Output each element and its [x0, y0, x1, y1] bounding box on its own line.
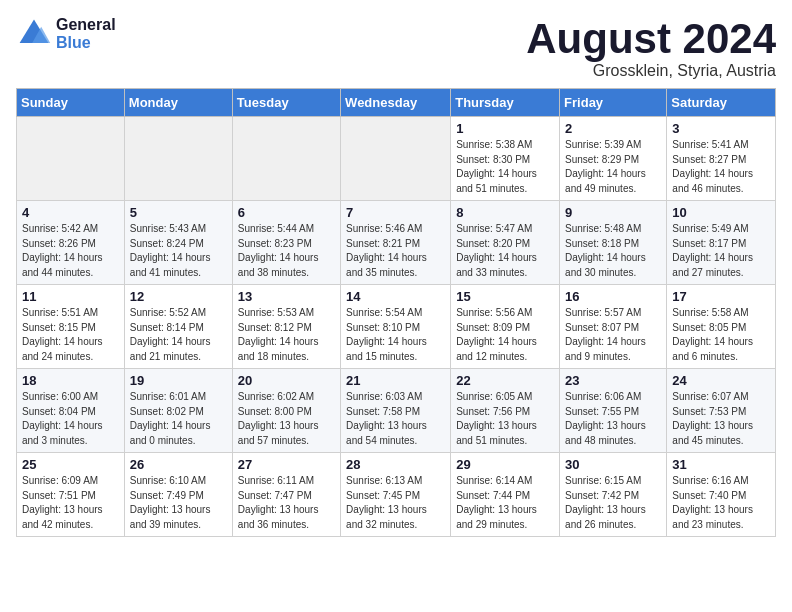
- day-info: Sunrise: 5:39 AM Sunset: 8:29 PM Dayligh…: [565, 138, 661, 196]
- calendar-cell: 23Sunrise: 6:06 AM Sunset: 7:55 PM Dayli…: [560, 369, 667, 453]
- day-number: 29: [456, 457, 554, 472]
- location-subtitle: Grossklein, Styria, Austria: [526, 62, 776, 80]
- day-info: Sunrise: 5:52 AM Sunset: 8:14 PM Dayligh…: [130, 306, 227, 364]
- day-number: 21: [346, 373, 445, 388]
- day-info: Sunrise: 6:00 AM Sunset: 8:04 PM Dayligh…: [22, 390, 119, 448]
- day-info: Sunrise: 5:38 AM Sunset: 8:30 PM Dayligh…: [456, 138, 554, 196]
- day-info: Sunrise: 6:05 AM Sunset: 7:56 PM Dayligh…: [456, 390, 554, 448]
- day-info: Sunrise: 5:41 AM Sunset: 8:27 PM Dayligh…: [672, 138, 770, 196]
- day-info: Sunrise: 5:54 AM Sunset: 8:10 PM Dayligh…: [346, 306, 445, 364]
- day-number: 17: [672, 289, 770, 304]
- day-info: Sunrise: 5:58 AM Sunset: 8:05 PM Dayligh…: [672, 306, 770, 364]
- calendar-cell: 18Sunrise: 6:00 AM Sunset: 8:04 PM Dayli…: [17, 369, 125, 453]
- week-row-3: 11Sunrise: 5:51 AM Sunset: 8:15 PM Dayli…: [17, 285, 776, 369]
- day-number: 13: [238, 289, 335, 304]
- week-row-5: 25Sunrise: 6:09 AM Sunset: 7:51 PM Dayli…: [17, 453, 776, 537]
- calendar-cell: 6Sunrise: 5:44 AM Sunset: 8:23 PM Daylig…: [232, 201, 340, 285]
- calendar-cell: 12Sunrise: 5:52 AM Sunset: 8:14 PM Dayli…: [124, 285, 232, 369]
- day-number: 27: [238, 457, 335, 472]
- calendar-cell: 1Sunrise: 5:38 AM Sunset: 8:30 PM Daylig…: [451, 117, 560, 201]
- calendar-table: SundayMondayTuesdayWednesdayThursdayFrid…: [16, 88, 776, 537]
- day-number: 1: [456, 121, 554, 136]
- calendar-cell: 26Sunrise: 6:10 AM Sunset: 7:49 PM Dayli…: [124, 453, 232, 537]
- day-number: 11: [22, 289, 119, 304]
- calendar-cell: 9Sunrise: 5:48 AM Sunset: 8:18 PM Daylig…: [560, 201, 667, 285]
- logo: General Blue: [16, 16, 116, 52]
- title-area: August 2024 Grossklein, Styria, Austria: [526, 16, 776, 80]
- day-number: 15: [456, 289, 554, 304]
- header-sunday: Sunday: [17, 89, 125, 117]
- calendar-cell: 30Sunrise: 6:15 AM Sunset: 7:42 PM Dayli…: [560, 453, 667, 537]
- calendar-cell: 19Sunrise: 6:01 AM Sunset: 8:02 PM Dayli…: [124, 369, 232, 453]
- day-info: Sunrise: 5:46 AM Sunset: 8:21 PM Dayligh…: [346, 222, 445, 280]
- calendar-cell: 4Sunrise: 5:42 AM Sunset: 8:26 PM Daylig…: [17, 201, 125, 285]
- header-friday: Friday: [560, 89, 667, 117]
- day-info: Sunrise: 5:44 AM Sunset: 8:23 PM Dayligh…: [238, 222, 335, 280]
- day-info: Sunrise: 6:01 AM Sunset: 8:02 PM Dayligh…: [130, 390, 227, 448]
- header-tuesday: Tuesday: [232, 89, 340, 117]
- calendar-cell: 16Sunrise: 5:57 AM Sunset: 8:07 PM Dayli…: [560, 285, 667, 369]
- calendar-cell: 24Sunrise: 6:07 AM Sunset: 7:53 PM Dayli…: [667, 369, 776, 453]
- day-info: Sunrise: 6:13 AM Sunset: 7:45 PM Dayligh…: [346, 474, 445, 532]
- day-number: 14: [346, 289, 445, 304]
- calendar-cell: 13Sunrise: 5:53 AM Sunset: 8:12 PM Dayli…: [232, 285, 340, 369]
- calendar-cell: 29Sunrise: 6:14 AM Sunset: 7:44 PM Dayli…: [451, 453, 560, 537]
- calendar-cell: 28Sunrise: 6:13 AM Sunset: 7:45 PM Dayli…: [341, 453, 451, 537]
- day-number: 9: [565, 205, 661, 220]
- day-number: 25: [22, 457, 119, 472]
- day-number: 3: [672, 121, 770, 136]
- day-info: Sunrise: 6:15 AM Sunset: 7:42 PM Dayligh…: [565, 474, 661, 532]
- day-info: Sunrise: 5:48 AM Sunset: 8:18 PM Dayligh…: [565, 222, 661, 280]
- day-number: 16: [565, 289, 661, 304]
- day-number: 26: [130, 457, 227, 472]
- day-info: Sunrise: 6:06 AM Sunset: 7:55 PM Dayligh…: [565, 390, 661, 448]
- day-info: Sunrise: 5:43 AM Sunset: 8:24 PM Dayligh…: [130, 222, 227, 280]
- day-info: Sunrise: 5:56 AM Sunset: 8:09 PM Dayligh…: [456, 306, 554, 364]
- day-info: Sunrise: 6:09 AM Sunset: 7:51 PM Dayligh…: [22, 474, 119, 532]
- day-number: 6: [238, 205, 335, 220]
- calendar-cell: 3Sunrise: 5:41 AM Sunset: 8:27 PM Daylig…: [667, 117, 776, 201]
- calendar-cell: [17, 117, 125, 201]
- day-info: Sunrise: 5:47 AM Sunset: 8:20 PM Dayligh…: [456, 222, 554, 280]
- calendar-header-row: SundayMondayTuesdayWednesdayThursdayFrid…: [17, 89, 776, 117]
- day-number: 5: [130, 205, 227, 220]
- day-number: 19: [130, 373, 227, 388]
- day-info: Sunrise: 6:03 AM Sunset: 7:58 PM Dayligh…: [346, 390, 445, 448]
- day-info: Sunrise: 6:14 AM Sunset: 7:44 PM Dayligh…: [456, 474, 554, 532]
- day-number: 22: [456, 373, 554, 388]
- day-number: 2: [565, 121, 661, 136]
- day-number: 20: [238, 373, 335, 388]
- calendar-cell: 25Sunrise: 6:09 AM Sunset: 7:51 PM Dayli…: [17, 453, 125, 537]
- week-row-2: 4Sunrise: 5:42 AM Sunset: 8:26 PM Daylig…: [17, 201, 776, 285]
- day-number: 12: [130, 289, 227, 304]
- day-number: 7: [346, 205, 445, 220]
- week-row-4: 18Sunrise: 6:00 AM Sunset: 8:04 PM Dayli…: [17, 369, 776, 453]
- calendar-cell: 27Sunrise: 6:11 AM Sunset: 7:47 PM Dayli…: [232, 453, 340, 537]
- calendar-cell: 15Sunrise: 5:56 AM Sunset: 8:09 PM Dayli…: [451, 285, 560, 369]
- calendar-cell: 31Sunrise: 6:16 AM Sunset: 7:40 PM Dayli…: [667, 453, 776, 537]
- day-info: Sunrise: 6:16 AM Sunset: 7:40 PM Dayligh…: [672, 474, 770, 532]
- day-number: 28: [346, 457, 445, 472]
- day-info: Sunrise: 5:53 AM Sunset: 8:12 PM Dayligh…: [238, 306, 335, 364]
- calendar-cell: 11Sunrise: 5:51 AM Sunset: 8:15 PM Dayli…: [17, 285, 125, 369]
- calendar-cell: 21Sunrise: 6:03 AM Sunset: 7:58 PM Dayli…: [341, 369, 451, 453]
- calendar-cell: 2Sunrise: 5:39 AM Sunset: 8:29 PM Daylig…: [560, 117, 667, 201]
- day-number: 4: [22, 205, 119, 220]
- calendar-cell: 17Sunrise: 5:58 AM Sunset: 8:05 PM Dayli…: [667, 285, 776, 369]
- month-title: August 2024: [526, 16, 776, 62]
- day-number: 30: [565, 457, 661, 472]
- calendar-cell: 8Sunrise: 5:47 AM Sunset: 8:20 PM Daylig…: [451, 201, 560, 285]
- header-saturday: Saturday: [667, 89, 776, 117]
- day-info: Sunrise: 5:42 AM Sunset: 8:26 PM Dayligh…: [22, 222, 119, 280]
- calendar-cell: [341, 117, 451, 201]
- day-number: 23: [565, 373, 661, 388]
- logo-text: General Blue: [56, 16, 116, 52]
- day-info: Sunrise: 6:02 AM Sunset: 8:00 PM Dayligh…: [238, 390, 335, 448]
- day-number: 18: [22, 373, 119, 388]
- calendar-cell: [232, 117, 340, 201]
- calendar-cell: [124, 117, 232, 201]
- day-info: Sunrise: 6:11 AM Sunset: 7:47 PM Dayligh…: [238, 474, 335, 532]
- calendar-cell: 10Sunrise: 5:49 AM Sunset: 8:17 PM Dayli…: [667, 201, 776, 285]
- day-number: 10: [672, 205, 770, 220]
- day-info: Sunrise: 5:57 AM Sunset: 8:07 PM Dayligh…: [565, 306, 661, 364]
